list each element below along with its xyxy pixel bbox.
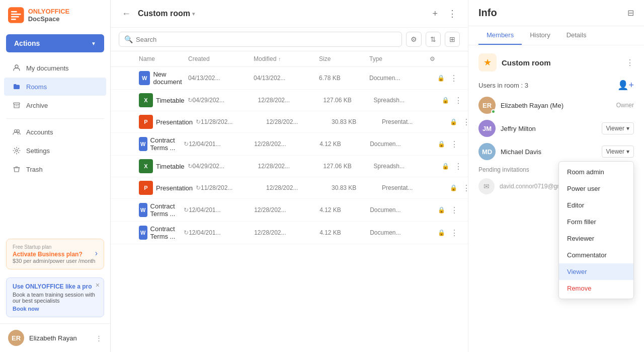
file-more-button[interactable]: ⋮ xyxy=(452,95,464,106)
file-icon: W xyxy=(139,71,150,85)
role-option-room-admin[interactable]: Room admin xyxy=(559,164,633,180)
actions-button[interactable]: Actions ▼ xyxy=(6,34,104,52)
file-name-text[interactable]: Presentation xyxy=(156,184,193,192)
tab-members[interactable]: Members xyxy=(478,26,522,45)
actions-arrow-icon: ▼ xyxy=(91,41,96,46)
role-option-viewer[interactable]: Viewer xyxy=(559,263,633,280)
tip-close-button[interactable]: × xyxy=(96,281,100,289)
file-icon: W xyxy=(139,203,147,217)
back-button[interactable]: ← xyxy=(119,7,134,21)
info-panel: Info ⊟ Members History Details ★ Custom … xyxy=(468,0,644,352)
role-option-power-user[interactable]: Power user xyxy=(559,180,633,197)
role-option-reviewer[interactable]: Reviewer xyxy=(559,230,633,247)
file-type: Documen... xyxy=(370,206,430,214)
member-row-jeffry: JM Jeffry Milton Viewer ▾ xyxy=(478,120,634,137)
info-body: ★ Custom room ⋮ Users in room : 3 👤+ ER … xyxy=(468,45,644,352)
user-menu-button[interactable]: ⋮ xyxy=(96,334,102,342)
file-name: W New document xyxy=(139,71,188,86)
file-actions: 🔒 ⋮ xyxy=(442,116,468,128)
sidebar-item-rooms[interactable]: Rooms xyxy=(4,78,106,96)
view-toggle-button[interactable]: ⊞ xyxy=(445,32,460,47)
archive-icon xyxy=(12,101,21,110)
add-user-button[interactable]: 👤+ xyxy=(617,80,634,91)
promo-arrow-icon[interactable]: › xyxy=(95,249,98,258)
file-name-text[interactable]: Contract Terms ... xyxy=(150,136,181,152)
topbar-actions: + ⋮ xyxy=(429,6,460,21)
file-name-text[interactable]: New document xyxy=(153,71,188,86)
sidebar-item-archive[interactable]: Archive xyxy=(4,96,106,114)
sidebar-item-accounts[interactable]: Accounts xyxy=(4,123,106,141)
file-more-button[interactable]: ⋮ xyxy=(448,204,460,216)
file-name-text[interactable]: Presentation xyxy=(156,118,193,126)
header-settings[interactable]: ⚙ xyxy=(430,55,460,62)
file-more-button[interactable]: ⋮ xyxy=(460,116,468,128)
info-tabs: Members History Details xyxy=(468,26,644,45)
filter-button[interactable]: ⚙ xyxy=(406,32,422,47)
file-more-button[interactable]: ⋮ xyxy=(448,227,460,239)
file-name-text[interactable]: Timetable xyxy=(156,163,185,170)
search-input[interactable] xyxy=(136,36,396,43)
table-row: X Timetable ↻ 04/29/202... 12/28/202... … xyxy=(111,90,468,111)
file-name: P Presentation ↻ xyxy=(139,115,201,129)
sidebar-item-my-documents[interactable]: My documents xyxy=(4,59,106,77)
header-type[interactable]: Type xyxy=(369,55,430,62)
room-title[interactable]: Custom room ▾ xyxy=(138,9,195,18)
svg-rect-2 xyxy=(11,14,21,15)
promo-price: $30 per admin/power user /month xyxy=(13,258,98,264)
file-name-text[interactable]: Timetable xyxy=(156,97,185,104)
sync-icon: ↻ xyxy=(184,229,189,236)
main-content: ← Custom room ▾ + ⋮ 🔍 ⚙ ⇅ ⊞ Name Created… xyxy=(111,0,468,352)
room-info-more-button[interactable]: ⋮ xyxy=(626,58,634,67)
file-created: 12/04/201... xyxy=(189,140,254,148)
svg-rect-4 xyxy=(11,19,16,20)
file-more-button[interactable]: ⋮ xyxy=(448,138,460,150)
file-actions: 🔒 ⋮ xyxy=(442,182,468,194)
divider-1 xyxy=(6,118,104,119)
sync-icon: ↻ xyxy=(188,163,193,170)
header-name[interactable]: Name xyxy=(139,55,188,62)
tab-history[interactable]: History xyxy=(522,26,558,45)
member-role-button-jeffry[interactable]: Viewer ▾ xyxy=(602,122,634,134)
role-option-editor[interactable]: Editor xyxy=(559,197,633,214)
add-button[interactable]: + xyxy=(429,6,441,21)
file-more-button[interactable]: ⋮ xyxy=(452,161,464,172)
settings-icon xyxy=(12,146,21,155)
tip-link[interactable]: Book now xyxy=(13,306,39,312)
sort-button[interactable]: ⇅ xyxy=(426,32,441,47)
file-name-text[interactable]: Contract Terms ... xyxy=(150,202,181,218)
file-icon: W xyxy=(139,226,147,240)
file-more-button[interactable]: ⋮ xyxy=(460,182,468,194)
member-role-elizabeth: Owner xyxy=(616,102,634,109)
sidebar-item-settings[interactable]: Settings xyxy=(4,142,106,160)
sidebar: ONLYOFFICE DocSpace Actions ▼ My documen… xyxy=(0,0,111,352)
role-option-form-filler[interactable]: Form filler xyxy=(559,214,633,230)
member-row-elizabeth: ER Elizabeth Rayan (Me) Owner xyxy=(478,97,634,114)
role-option-remove[interactable]: Remove xyxy=(559,280,633,297)
file-type: Presentat... xyxy=(382,184,442,191)
file-type: Documen... xyxy=(369,75,430,82)
lock-icon: 🔒 xyxy=(442,163,449,170)
more-options-button[interactable]: ⋮ xyxy=(445,6,460,21)
sync-icon: ↻ xyxy=(188,97,193,104)
file-actions: 🔒 ⋮ xyxy=(430,73,460,84)
sidebar-item-trash[interactable]: Trash xyxy=(4,160,106,178)
role-option-commentator[interactable]: Commentator xyxy=(559,247,633,263)
user-profile[interactable]: ER Elizabeth Rayan ⋮ xyxy=(0,323,110,352)
file-name-text[interactable]: Contract Terms ... xyxy=(150,225,181,240)
header-created[interactable]: Created xyxy=(188,55,254,62)
member-role-button-michael[interactable]: Viewer ▾ xyxy=(602,146,634,158)
view-toggle-icon[interactable]: ⊟ xyxy=(627,8,634,18)
users-count-text: Users in room : 3 xyxy=(478,82,528,89)
room-info-name: Custom room xyxy=(502,58,551,67)
header-modified[interactable]: Modified ↑ xyxy=(254,55,319,62)
tab-details[interactable]: Details xyxy=(558,26,595,45)
file-name: W Contract Terms ... ↻ xyxy=(139,202,189,218)
file-icon: W xyxy=(139,137,147,151)
file-more-button[interactable]: ⋮ xyxy=(448,73,460,84)
file-modified: 12/28/202... xyxy=(266,184,332,191)
promo-cta[interactable]: Activate Business plan? xyxy=(13,251,98,258)
file-type: Spreadsh... xyxy=(374,97,434,104)
header-size[interactable]: Size xyxy=(319,55,369,62)
file-rows: W New document 04/13/202... 04/13/202...… xyxy=(111,67,468,244)
file-size: 30.83 KB xyxy=(332,184,382,191)
